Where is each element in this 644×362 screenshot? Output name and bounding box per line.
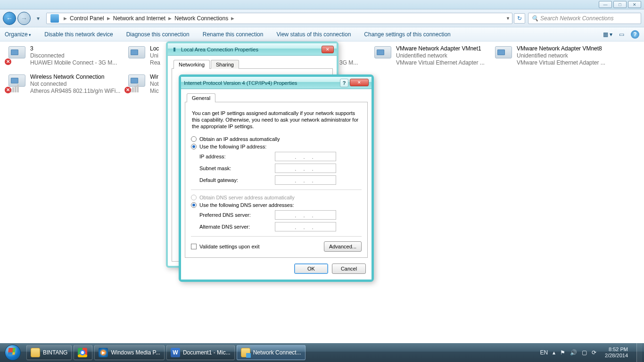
connection-item[interactable]: ✕ Wireless Network ConnectionNot connect… [7, 74, 123, 95]
recent-locations-dropdown[interactable]: ▾ [34, 14, 42, 23]
breadcrumb[interactable]: ▶ Control Panel ▶ Network and Internet ▶… [46, 13, 512, 24]
gateway-input[interactable]: . . . [275, 175, 336, 185]
taskbar-wmp[interactable]: Windows Media P... [94, 345, 165, 360]
ipv4-dialog-title: Internet Protocol Version 4 (TCP/IPv4) P… [184, 80, 297, 86]
breadcrumb-network-internet[interactable]: Network and Internet [113, 15, 165, 22]
alternate-dns-label: Alternate DNS server: [199, 224, 275, 230]
view-options-icon[interactable]: ▦ ▾ [603, 31, 612, 38]
rename-button[interactable]: Rename this connection [203, 31, 264, 38]
connection-device: HUAWEI Mobile Connect - 3G M... [30, 59, 117, 66]
show-desktop-button[interactable] [636, 343, 642, 362]
ipv4-properties-dialog: Internet Protocol Version 4 (TCP/IPv4) P… [179, 74, 374, 282]
ip-address-label: IP address: [199, 154, 275, 159]
chevron-right-icon[interactable]: ▶ [231, 16, 234, 21]
radio-use-dns[interactable]: Use the following DNS server addresses: [191, 202, 362, 208]
checkbox-label: Validate settings upon exit [199, 244, 260, 249]
connection-item[interactable]: VMware Network Adapter VMnet8Unidentifie… [493, 45, 609, 66]
action-center-icon[interactable]: ⚑ [560, 349, 565, 356]
folder-icon [31, 348, 40, 357]
sync-icon[interactable]: ⟳ [592, 349, 596, 356]
language-indicator[interactable]: EN [540, 349, 548, 356]
view-status-button[interactable]: View status of this connection [276, 31, 351, 38]
diagnose-button[interactable]: Diagnose this connection [126, 31, 190, 38]
breadcrumb-control-panel[interactable]: Control Panel [70, 15, 104, 22]
ethernet-icon [374, 46, 391, 58]
maximize-button[interactable]: □ [613, 1, 627, 8]
taskbar: BINTANG Windows Media P... Document1 - M… [0, 343, 644, 362]
connection-item[interactable]: ✕ WirNotMic [126, 74, 167, 95]
help-button[interactable]: ? [340, 79, 348, 87]
control-panel-icon [50, 14, 59, 23]
preferred-dns-label: Preferred DNS server: [199, 212, 275, 218]
start-button[interactable] [0, 343, 25, 362]
connection-name: Loc [150, 45, 160, 52]
search-input[interactable]: 🔍 Search Network Connections [528, 13, 641, 24]
connection-item[interactable]: ✕ 3DisconnectedHUAWEI Mobile Connect - 3… [7, 45, 123, 66]
chevron-right-icon[interactable]: ▶ [64, 16, 67, 21]
ipv4-dialog-titlebar[interactable]: Internet Protocol Version 4 (TCP/IPv4) P… [181, 77, 372, 89]
radio-label: Use the following DNS server addresses: [199, 202, 294, 208]
connection-device: Rea [150, 59, 160, 66]
radio-obtain-ip[interactable]: Obtain an IP address automatically [191, 136, 362, 142]
tab-networking[interactable]: Networking [173, 60, 210, 69]
disable-device-button[interactable]: Disable this network device [44, 31, 113, 38]
command-bar: Organize Disable this network device Dia… [0, 27, 644, 41]
connection-item-partial[interactable]: 3G M... [339, 45, 368, 66]
taskbar-label: Document1 - Mic... [183, 349, 231, 356]
volume-icon[interactable]: 🔊 [570, 349, 577, 356]
radio-label: Obtain an IP address automatically [199, 136, 280, 142]
close-button[interactable]: ✕ [350, 79, 369, 86]
validate-checkbox[interactable]: Validate settings upon exit [191, 244, 260, 249]
back-button[interactable]: ← [3, 12, 16, 25]
wmp-icon [99, 348, 108, 357]
tab-general[interactable]: General [187, 93, 215, 102]
advanced-button[interactable]: Advanced... [324, 241, 362, 252]
minimize-button[interactable]: — [599, 1, 612, 8]
change-settings-button[interactable]: Change settings of this connection [364, 31, 450, 38]
disconnected-icon: ✕ [5, 87, 11, 93]
search-placeholder: Search Network Connections [540, 15, 613, 22]
ip-address-input[interactable]: . . . [275, 152, 336, 161]
taskbar-label: BINTANG [43, 349, 67, 356]
refresh-button[interactable]: ↻ [514, 13, 525, 24]
subnet-mask-input[interactable]: . . . [275, 164, 336, 173]
tab-strip: General [185, 93, 368, 102]
preview-pane-icon[interactable]: ▭ [619, 31, 624, 38]
alternate-dns-input[interactable]: . . . [275, 222, 336, 231]
forward-button[interactable]: → [17, 12, 31, 25]
taskbar-folder[interactable]: BINTANG [26, 345, 72, 360]
chevron-right-icon[interactable]: ▶ [107, 16, 110, 21]
network-tray-icon[interactable]: ▢ [582, 349, 587, 356]
radio-use-ip[interactable]: Use the following IP address: [191, 144, 362, 149]
connection-item[interactable]: LocUniRea [126, 45, 167, 66]
connections-area: ✕ 3DisconnectedHUAWEI Mobile Connect - 3… [0, 41, 644, 349]
system-tray: EN ▴ ⚑ 🔊 ▢ ⟳ 8:52 PM 2/28/2014 [538, 343, 644, 362]
taskbar-explorer[interactable]: Network Connect... [237, 345, 305, 360]
taskbar-label: Network Connect... [253, 349, 301, 356]
windows-orb-icon [5, 345, 21, 361]
tab-sharing[interactable]: Sharing [211, 60, 239, 69]
gateway-label: Default gateway: [199, 177, 275, 183]
chevron-right-icon[interactable]: ▶ [168, 16, 172, 21]
taskbar-chrome[interactable] [74, 345, 92, 360]
taskbar-word[interactable]: Document1 - Mic... [166, 345, 235, 360]
help-icon[interactable]: ? [631, 30, 639, 39]
cancel-button[interactable]: Cancel [332, 263, 366, 274]
clock[interactable]: 8:52 PM 2/28/2014 [601, 346, 632, 359]
connection-status: Unidentified network [517, 52, 605, 59]
breadcrumb-dropdown-icon[interactable]: ▼ [506, 16, 510, 21]
disconnected-icon: ✕ [5, 58, 11, 65]
ok-button[interactable]: OK [294, 263, 328, 274]
preferred-dns-input[interactable]: . . . [275, 210, 336, 220]
organize-menu[interactable]: Organize [5, 31, 31, 38]
address-bar: ← → ▾ ▶ Control Panel ▶ Network and Inte… [0, 9, 644, 27]
breadcrumb-network-connections[interactable]: Network Connections [174, 15, 228, 22]
tray-up-icon[interactable]: ▴ [553, 349, 555, 356]
lac-dialog-titlebar[interactable]: ▮ Local Area Connection Properties ✕ [168, 43, 337, 56]
close-button[interactable]: ✕ [628, 1, 641, 8]
tab-body: You can get IP settings assigned automat… [185, 102, 368, 258]
close-button[interactable]: ✕ [322, 46, 334, 53]
lac-dialog-title: Local Area Connection Properties [181, 47, 258, 52]
connection-item[interactable]: VMware Network Adapter VMnet1Unidentifie… [372, 45, 488, 66]
connection-status: Unidentified network [396, 52, 485, 59]
